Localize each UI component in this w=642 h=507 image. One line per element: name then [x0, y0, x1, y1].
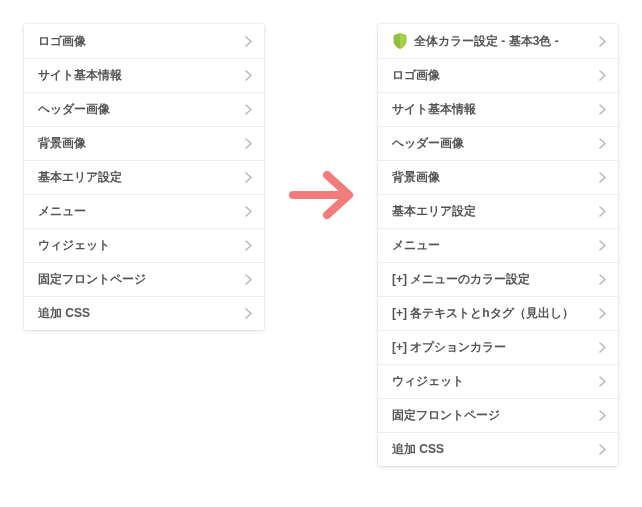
row-text-and-htag[interactable]: [+] 各テキストとhタグ（見出し）	[378, 296, 618, 330]
row-static-front-page[interactable]: 固定フロントページ	[378, 398, 618, 432]
chevron-right-icon	[599, 36, 606, 47]
row-label: 追加 CSS	[38, 305, 90, 322]
row-widget[interactable]: ウィジェット	[24, 228, 264, 262]
right-settings-panel: 全体カラー設定 - 基本3色 - ロゴ画像 サイト基本情報 ヘッダー画像 背景画…	[378, 24, 618, 466]
row-header-image[interactable]: ヘッダー画像	[378, 126, 618, 160]
chevron-right-icon	[599, 274, 606, 285]
row-additional-css[interactable]: 追加 CSS	[378, 432, 618, 466]
row-label: 全体カラー設定 - 基本3色 -	[414, 33, 559, 50]
row-static-front-page[interactable]: 固定フロントページ	[24, 262, 264, 296]
row-label: メニュー	[392, 237, 440, 254]
chevron-right-icon	[245, 206, 252, 217]
row-label: サイト基本情報	[392, 101, 476, 118]
row-label: 固定フロントページ	[38, 271, 146, 288]
chevron-right-icon	[599, 410, 606, 421]
chevron-right-icon	[599, 240, 606, 251]
row-site-basic-info[interactable]: サイト基本情報	[378, 92, 618, 126]
row-additional-css[interactable]: 追加 CSS	[24, 296, 264, 330]
row-background-image[interactable]: 背景画像	[378, 160, 618, 194]
row-logo-image[interactable]: ロゴ画像	[378, 58, 618, 92]
chevron-right-icon	[245, 104, 252, 115]
row-label: サイト基本情報	[38, 67, 122, 84]
row-label: 追加 CSS	[392, 441, 444, 458]
row-label: 背景画像	[38, 135, 86, 152]
chevron-right-icon	[245, 274, 252, 285]
row-option-color[interactable]: [+] オプションカラー	[378, 330, 618, 364]
row-label: 基本エリア設定	[392, 203, 476, 220]
row-menu-color-settings[interactable]: [+] メニューのカラー設定	[378, 262, 618, 296]
row-logo-image[interactable]: ロゴ画像	[24, 24, 264, 58]
chevron-right-icon	[599, 444, 606, 455]
row-label: [+] オプションカラー	[392, 339, 506, 356]
row-basic-area-settings[interactable]: 基本エリア設定	[24, 160, 264, 194]
row-label-with-icon: 全体カラー設定 - 基本3色 -	[392, 33, 559, 50]
row-widget[interactable]: ウィジェット	[378, 364, 618, 398]
chevron-right-icon	[599, 104, 606, 115]
chevron-right-icon	[599, 308, 606, 319]
row-label: 基本エリア設定	[38, 169, 122, 186]
row-label: 固定フロントページ	[392, 407, 500, 424]
row-site-basic-info[interactable]: サイト基本情報	[24, 58, 264, 92]
chevron-right-icon	[245, 70, 252, 81]
row-label: [+] 各テキストとhタグ（見出し）	[392, 305, 574, 322]
row-label: ヘッダー画像	[392, 135, 464, 152]
row-label: 背景画像	[392, 169, 440, 186]
row-label: [+] メニューのカラー設定	[392, 271, 530, 288]
row-basic-area-settings[interactable]: 基本エリア設定	[378, 194, 618, 228]
row-menu[interactable]: メニュー	[378, 228, 618, 262]
row-label: ヘッダー画像	[38, 101, 110, 118]
chevron-right-icon	[599, 342, 606, 353]
chevron-right-icon	[245, 172, 252, 183]
arrow-right-icon	[287, 160, 357, 230]
chevron-right-icon	[599, 70, 606, 81]
chevron-right-icon	[599, 376, 606, 387]
chevron-right-icon	[599, 138, 606, 149]
chevron-right-icon	[245, 308, 252, 319]
row-background-image[interactable]: 背景画像	[24, 126, 264, 160]
row-header-image[interactable]: ヘッダー画像	[24, 92, 264, 126]
row-label: ロゴ画像	[38, 33, 86, 50]
row-label: ロゴ画像	[392, 67, 440, 84]
chevron-right-icon	[245, 240, 252, 251]
shield-icon	[392, 33, 408, 49]
chevron-right-icon	[599, 172, 606, 183]
chevron-right-icon	[599, 206, 606, 217]
row-label: ウィジェット	[392, 373, 464, 390]
chevron-right-icon	[245, 36, 252, 47]
chevron-right-icon	[245, 138, 252, 149]
row-label: メニュー	[38, 203, 86, 220]
row-label: ウィジェット	[38, 237, 110, 254]
row-menu[interactable]: メニュー	[24, 194, 264, 228]
row-overall-color-settings[interactable]: 全体カラー設定 - 基本3色 -	[378, 24, 618, 58]
left-settings-panel: ロゴ画像 サイト基本情報 ヘッダー画像 背景画像 基本エリア設定 メニュー ウィ…	[24, 24, 264, 330]
